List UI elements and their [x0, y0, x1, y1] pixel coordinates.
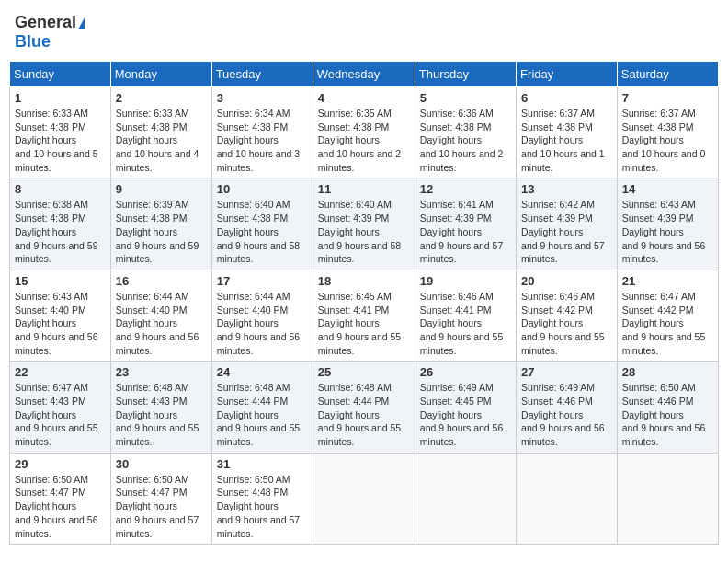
calendar-day-cell — [313, 453, 415, 544]
daylight-label: Daylight hours — [15, 500, 76, 511]
sunset-label: Sunset: 4:42 PM — [622, 304, 694, 316]
sunset-label: Sunset: 4:45 PM — [420, 396, 492, 407]
daylight-value: and 9 hours and 57 minutes. — [420, 240, 504, 265]
weekday-header-cell: Saturday — [617, 62, 718, 87]
daylight-value: and 9 hours and 56 minutes. — [116, 331, 199, 356]
day-info: Sunrise: 6:36 AM Sunset: 4:38 PM Dayligh… — [420, 107, 511, 174]
day-info: Sunrise: 6:45 AM Sunset: 4:41 PM Dayligh… — [318, 290, 410, 357]
day-info: Sunrise: 6:46 AM Sunset: 4:41 PM Dayligh… — [420, 290, 511, 357]
calendar-body: 1 Sunrise: 6:33 AM Sunset: 4:38 PM Dayli… — [10, 87, 719, 545]
day-number: 26 — [420, 365, 511, 379]
sunset-label: Sunset: 4:38 PM — [116, 213, 188, 224]
day-number: 18 — [318, 274, 410, 288]
calendar-day-cell: 7 Sunrise: 6:37 AM Sunset: 4:38 PM Dayli… — [617, 87, 718, 178]
calendar-day-cell: 6 Sunrise: 6:37 AM Sunset: 4:38 PM Dayli… — [517, 87, 618, 178]
day-number: 6 — [521, 91, 612, 105]
day-info: Sunrise: 6:46 AM Sunset: 4:42 PM Dayligh… — [521, 290, 612, 357]
daylight-label: Daylight hours — [15, 409, 76, 420]
calendar-day-cell: 17 Sunrise: 6:44 AM Sunset: 4:40 PM Dayl… — [211, 270, 313, 361]
daylight-label: Daylight hours — [622, 317, 684, 328]
sunrise-label: Sunrise: 6:49 AM — [420, 382, 494, 393]
calendar-day-cell: 31 Sunrise: 6:50 AM Sunset: 4:48 PM Dayl… — [211, 453, 313, 544]
calendar-day-cell: 27 Sunrise: 6:49 AM Sunset: 4:46 PM Dayl… — [517, 362, 618, 453]
daylight-value: and 9 hours and 57 minutes. — [217, 514, 301, 539]
calendar-day-cell: 28 Sunrise: 6:50 AM Sunset: 4:46 PM Dayl… — [617, 362, 718, 453]
daylight-value: and 9 hours and 55 minutes. — [15, 422, 98, 447]
sunrise-label: Sunrise: 6:50 AM — [116, 474, 189, 485]
sunset-label: Sunset: 4:48 PM — [217, 487, 289, 498]
daylight-label: Daylight hours — [318, 134, 380, 145]
sunset-label: Sunset: 4:39 PM — [420, 213, 492, 224]
weekday-header-cell: Tuesday — [211, 62, 313, 87]
daylight-label: Daylight hours — [217, 317, 279, 328]
sunrise-label: Sunrise: 6:39 AM — [116, 199, 189, 210]
logo: General Blue — [15, 13, 85, 52]
daylight-value: and 9 hours and 55 minutes. — [116, 422, 199, 447]
calendar-day-cell: 1 Sunrise: 6:33 AM Sunset: 4:38 PM Dayli… — [10, 87, 111, 178]
sunset-label: Sunset: 4:40 PM — [217, 304, 289, 316]
sunrise-label: Sunrise: 6:33 AM — [116, 108, 189, 119]
daylight-value: and 9 hours and 56 minutes. — [15, 331, 98, 356]
daylight-value: and 9 hours and 58 minutes. — [217, 240, 301, 265]
day-info: Sunrise: 6:42 AM Sunset: 4:39 PM Dayligh… — [521, 198, 612, 265]
sunset-label: Sunset: 4:43 PM — [15, 396, 86, 407]
daylight-value: and 9 hours and 55 minutes. — [622, 331, 706, 356]
calendar-day-cell: 14 Sunrise: 6:43 AM Sunset: 4:39 PM Dayl… — [617, 178, 718, 270]
calendar-day-cell: 11 Sunrise: 6:40 AM Sunset: 4:39 PM Dayl… — [313, 178, 415, 270]
daylight-label: Daylight hours — [15, 134, 76, 145]
calendar-day-cell: 18 Sunrise: 6:45 AM Sunset: 4:41 PM Dayl… — [313, 270, 415, 361]
sunrise-label: Sunrise: 6:49 AM — [521, 382, 595, 393]
logo-icon — [78, 17, 85, 29]
calendar-day-cell: 15 Sunrise: 6:43 AM Sunset: 4:40 PM Dayl… — [10, 270, 111, 361]
sunset-label: Sunset: 4:38 PM — [116, 121, 188, 132]
day-info: Sunrise: 6:44 AM Sunset: 4:40 PM Dayligh… — [116, 290, 207, 357]
calendar-day-cell: 8 Sunrise: 6:38 AM Sunset: 4:38 PM Dayli… — [10, 178, 111, 270]
day-number: 20 — [521, 274, 612, 288]
day-info: Sunrise: 6:50 AM Sunset: 4:46 PM Dayligh… — [622, 381, 713, 448]
calendar-day-cell: 23 Sunrise: 6:48 AM Sunset: 4:43 PM Dayl… — [110, 362, 211, 453]
sunset-label: Sunset: 4:40 PM — [116, 304, 188, 316]
day-info: Sunrise: 6:48 AM Sunset: 4:44 PM Dayligh… — [318, 381, 410, 448]
sunset-label: Sunset: 4:46 PM — [521, 396, 593, 407]
day-info: Sunrise: 6:48 AM Sunset: 4:44 PM Dayligh… — [217, 381, 308, 448]
calendar-day-cell: 10 Sunrise: 6:40 AM Sunset: 4:38 PM Dayl… — [211, 178, 313, 270]
sunrise-label: Sunrise: 6:50 AM — [622, 382, 696, 393]
sunset-label: Sunset: 4:41 PM — [318, 304, 390, 316]
daylight-value: and 10 hours and 5 minutes. — [15, 148, 98, 173]
daylight-label: Daylight hours — [116, 500, 177, 511]
weekday-header-cell: Thursday — [415, 62, 516, 87]
daylight-label: Daylight hours — [318, 226, 380, 237]
day-info: Sunrise: 6:43 AM Sunset: 4:39 PM Dayligh… — [622, 198, 713, 265]
sunrise-label: Sunrise: 6:36 AM — [420, 108, 494, 119]
sunset-label: Sunset: 4:38 PM — [318, 121, 390, 132]
day-info: Sunrise: 6:35 AM Sunset: 4:38 PM Dayligh… — [318, 107, 410, 174]
sunrise-label: Sunrise: 6:46 AM — [420, 291, 494, 302]
calendar-day-cell: 5 Sunrise: 6:36 AM Sunset: 4:38 PM Dayli… — [415, 87, 516, 178]
daylight-value: and 9 hours and 56 minutes. — [217, 331, 301, 356]
weekday-header-cell: Wednesday — [313, 62, 415, 87]
day-info: Sunrise: 6:38 AM Sunset: 4:38 PM Dayligh… — [15, 198, 106, 265]
sunrise-label: Sunrise: 6:50 AM — [15, 474, 88, 485]
daylight-value: and 9 hours and 56 minutes. — [622, 422, 706, 447]
sunset-label: Sunset: 4:38 PM — [15, 213, 86, 224]
weekday-header-cell: Monday — [110, 62, 211, 87]
daylight-value: and 10 hours and 1 minute. — [521, 148, 605, 173]
daylight-value: and 9 hours and 59 minutes. — [15, 240, 98, 265]
sunset-label: Sunset: 4:39 PM — [521, 213, 593, 224]
calendar-week-row: 22 Sunrise: 6:47 AM Sunset: 4:43 PM Dayl… — [10, 362, 719, 453]
day-number: 25 — [318, 365, 410, 379]
daylight-value: and 9 hours and 59 minutes. — [116, 240, 199, 265]
day-info: Sunrise: 6:49 AM Sunset: 4:45 PM Dayligh… — [420, 381, 511, 448]
sunrise-label: Sunrise: 6:37 AM — [521, 108, 595, 119]
day-number: 23 — [116, 365, 207, 379]
day-number: 3 — [217, 91, 308, 105]
sunrise-label: Sunrise: 6:48 AM — [318, 382, 392, 393]
day-info: Sunrise: 6:47 AM Sunset: 4:42 PM Dayligh… — [622, 290, 713, 357]
calendar-week-row: 8 Sunrise: 6:38 AM Sunset: 4:38 PM Dayli… — [10, 178, 719, 270]
sunset-label: Sunset: 4:44 PM — [318, 396, 390, 407]
sunset-label: Sunset: 4:38 PM — [622, 121, 694, 132]
sunset-label: Sunset: 4:44 PM — [217, 396, 289, 407]
day-info: Sunrise: 6:40 AM Sunset: 4:39 PM Dayligh… — [318, 198, 410, 265]
sunrise-label: Sunrise: 6:38 AM — [15, 199, 88, 210]
sunrise-label: Sunrise: 6:48 AM — [116, 382, 189, 393]
